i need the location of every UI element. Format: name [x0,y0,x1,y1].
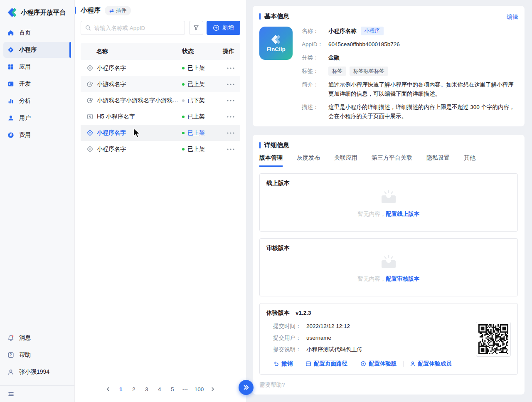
sidebar-item-users[interactable]: 用户 [3,110,71,126]
user-icon [7,115,14,121]
status-text: 已上架 [187,81,205,88]
pagination-page-5[interactable]: 5 [167,384,178,395]
field-label: 简介： [302,80,326,89]
tab-other[interactable]: 其他 [464,154,475,167]
person-outline-icon [7,369,14,375]
sidebar-item-account[interactable]: 张小强1994 [3,364,71,380]
edit-link[interactable]: 编辑 [507,13,518,21]
column-header-name: 名称 [86,48,182,55]
row-more-button[interactable] [220,116,234,118]
undo-icon [273,361,279,367]
search-input[interactable] [81,21,185,35]
miniprogram-icon [7,47,14,53]
menu-fold-icon [7,391,15,397]
sidebar-item-apps[interactable]: 应用 [3,59,71,75]
table-row[interactable]: 5 H5 小程序名字 已上架 [81,109,240,125]
sidebar-item-label: 用户 [19,114,31,122]
sidebar-item-label: 开发 [19,80,31,88]
sidebar-item-billing[interactable]: ¥ 费用 [3,127,71,143]
column-header-status: 状态 [182,48,220,55]
configure-page-path-button[interactable]: 配置页面路径 [305,360,347,367]
row-name: 小程序名字 [97,129,126,137]
table-row[interactable]: 小游戏名字小游戏名字小游戏名字 已下架 [81,92,240,109]
pagination-page-100[interactable]: 100 [193,384,206,395]
pagination-ellipsis[interactable]: ••• [180,384,191,395]
svg-text:?: ? [10,353,12,357]
configure-review-version-link[interactable]: 配置审核版本 [386,276,419,282]
sidebar-item-home[interactable]: 首页 [3,25,71,41]
sidebar-item-develop[interactable]: 开发 [3,76,71,92]
table-row[interactable]: 小程序名字 已上架 [81,60,240,76]
row-more-button[interactable] [220,67,234,69]
basic-info-header: 基本信息 [259,12,518,20]
table-row[interactable]: 小游戏名字 已上架 [81,76,240,92]
list-panel-header: 小程序 ⇄ 插件 [81,5,240,16]
action-label: 配置页面路径 [314,360,347,367]
table-row[interactable]: 小程序名字 已上架 [81,141,240,157]
trial-version-title: 体验版本 [266,309,290,317]
terminal-icon [7,81,14,87]
row-more-button[interactable] [220,132,234,134]
action-label: 配置体验成员 [418,360,452,367]
platform-logo-icon [7,7,17,18]
field-label: 标签： [302,67,326,75]
trial-version-box: 体验版本 v1.2.3 提交时间： 2022/12/12 12:12 提交用户：… [259,303,518,375]
status-dot-online [182,148,185,150]
apps-grid-icon [7,64,14,70]
configure-online-version-link[interactable]: 配置线上版本 [386,211,419,217]
table-row-selected[interactable]: 小程序名字 已上架 [81,125,240,141]
miniapp-icon [86,64,94,72]
svg-text:¥: ¥ [10,133,12,137]
field-label: 提交说明： [273,345,303,354]
bar-chart-icon [7,98,14,104]
tab-version-management[interactable]: 版本管理 [259,154,283,167]
add-button[interactable]: 新增 [207,21,240,35]
game-icon [86,81,94,88]
configure-trial-members-button[interactable]: 配置体验成员 [410,360,452,367]
pagination-page-4[interactable]: 4 [154,384,165,395]
sidebar-item-help[interactable]: ? 帮助 [3,347,71,363]
home-icon [7,30,14,36]
row-name: 小程序名字 [97,64,126,72]
intro-value: 通过示例小程序快速了解小程序中的各项内容。如果你想在这里了解小程序更加详细的信息… [328,80,518,98]
plugin-toggle[interactable]: ⇄ 插件 [105,6,131,15]
sidebar-item-messages[interactable]: 消息 [3,330,71,346]
filter-button[interactable] [189,21,203,35]
row-more-button[interactable] [220,148,234,150]
row-more-button[interactable] [220,84,234,85]
tab-gray-release[interactable]: 灰度发布 [297,154,320,167]
pagination-page-3[interactable]: 3 [141,384,152,395]
sidebar-item-miniprogram[interactable]: 小程序 [3,42,71,58]
configure-trial-button[interactable]: 配置体验版 [360,360,397,367]
revoke-button[interactable]: 撤销 [273,360,293,367]
pagination-next-button[interactable] [207,384,218,395]
field-label: 提交用户： [273,334,303,342]
desc-value: 这里是小程序的详细描述，详细描述的内容上限是不超过 300 个字的内容，会在小程… [328,103,518,121]
collapse-panel-button[interactable] [239,380,254,395]
status-text: 已上架 [187,146,205,153]
pagination-prev-button[interactable] [103,384,113,395]
pagination-page-1[interactable]: 1 [116,384,126,395]
status-dot-offline [182,99,185,102]
column-header-ops: 操作 [220,48,234,55]
sidebar-item-analytics[interactable]: 分析 [3,93,71,109]
detail-content-area: 基本信息 编辑 FinClip 名称： 小程序名称 小程序 AppID： 604… [246,0,532,402]
row-name: H5 小程序名字 [97,113,135,121]
pagination-page-2[interactable]: 2 [128,384,139,395]
submit-time-value: 2022/12/12 12:12 [306,322,463,330]
sidebar-collapse-button[interactable] [0,385,74,402]
sidebar-item-label: 首页 [19,29,31,37]
title-accent-bar [75,7,76,14]
pagination: 1 2 3 4 5 ••• 100 [75,384,246,395]
row-more-button[interactable] [220,100,234,101]
basic-info-card: 基本信息 编辑 FinClip 名称： 小程序名称 小程序 AppID： 604… [253,6,525,126]
finclip-mark-icon [270,35,282,45]
detail-info-header: 详细信息 [259,141,518,149]
tab-privacy[interactable]: 隐私设置 [426,154,450,167]
review-version-box: 审核版本 暂无内容，配置审核版本 [259,238,518,296]
trial-version-number: v1.2.3 [296,310,311,316]
tab-linked-apps[interactable]: 关联应用 [334,154,357,167]
trial-version-header: 体验版本 v1.2.3 [266,309,463,317]
tab-third-party[interactable]: 第三方平台关联 [372,154,412,167]
divider [299,361,299,367]
